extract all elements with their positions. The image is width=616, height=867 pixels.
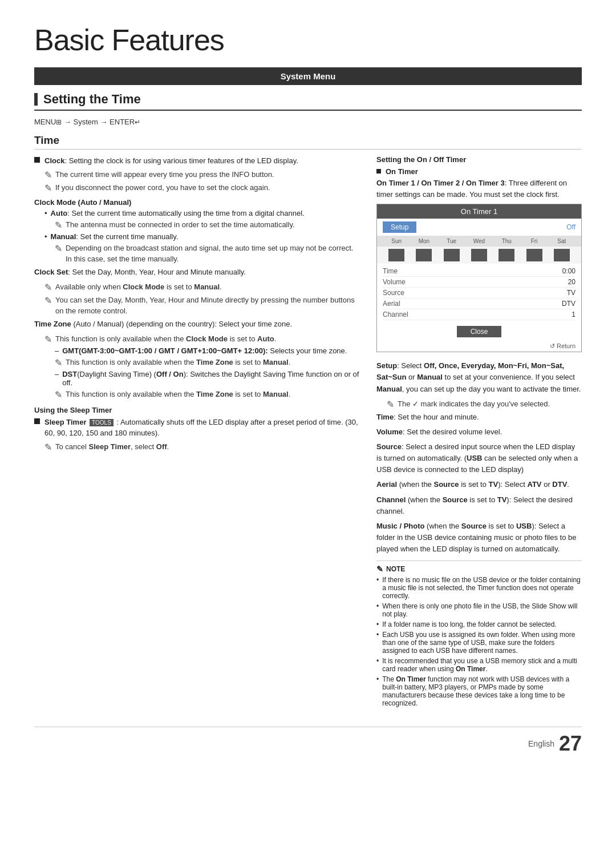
note-dot-2: • [376, 602, 379, 610]
auto-bullet: • Auto: Set the current time automatical… [44, 209, 359, 217]
dot-auto: • [44, 209, 47, 217]
note-item-2: • When there is only one photo file in t… [376, 602, 582, 618]
on-timer-sub-block: On Timer [376, 167, 582, 176]
auto-text: Auto: Set the current time automatically… [51, 209, 305, 217]
note-box: ✎ NOTE • If there is no music file on th… [376, 560, 582, 707]
sleep-timer-label: Sleep Timer [44, 418, 86, 426]
note-item-4: • Each USB you use is assigned its own f… [376, 631, 582, 655]
timer-field-aerial: Aerial DTV [383, 299, 576, 309]
note-dot-6: • [376, 675, 379, 683]
clock-set-note2: ✎ You can set the Day, Month, Year, Hour… [44, 295, 359, 317]
timer-field-channel: Channel 1 [383, 309, 576, 320]
day-sq-mon [416, 249, 432, 261]
day-mon: Mon [415, 238, 432, 244]
square-bullet-clock [34, 157, 40, 163]
day-sq-tue [444, 249, 460, 261]
footer-lang: English [528, 739, 554, 748]
day-sq-wed [471, 249, 487, 261]
menu-path: MENU⊞ → System → ENTER↵ [34, 118, 582, 126]
dash-dst: – [55, 370, 59, 378]
left-column: Clock: Setting the clock is for using va… [34, 155, 359, 709]
black-sq-on [376, 169, 381, 174]
source-desc-para: Source: Select a desired input source wh… [376, 441, 582, 475]
clock-note1-text: The current time will appear every time … [55, 169, 274, 180]
sleep-timer-heading: Using the Sleep Timer [34, 406, 359, 414]
menu-path-text: MENU⊞ → System → ENTER↵ [34, 118, 140, 126]
pencil-icon-1: ✎ [44, 170, 52, 180]
return-row: ↺ Return [377, 341, 581, 352]
footer-page: 27 [559, 732, 582, 756]
sleep-timer-note: ✎ To cancel Sleep Timer, select Off. [44, 441, 359, 453]
day-sat: Sat [553, 238, 570, 244]
note-dot-1: • [376, 576, 379, 584]
on-timer-title: On Timer 1 [377, 204, 581, 219]
manual-label: Manual [51, 232, 76, 241]
day-labels-row: Sun Mon Tue Wed Thu Fri Sat [377, 236, 581, 247]
clock-set-note1-text: Available only when Clock Mode is set to… [55, 281, 222, 293]
dst-text: DST(Daylight Saving Time) (Off / On): Sw… [62, 370, 359, 387]
clock-set-label: Clock Set [34, 268, 68, 276]
auto-note: ✎ The antenna must be connected in order… [55, 219, 359, 231]
note-item-1: • If there is no music file on the USB d… [376, 576, 582, 600]
heading-bar [34, 93, 38, 106]
manual-text: Manual: Set the current time manually. [51, 232, 179, 241]
time-section-heading: Time [34, 134, 582, 150]
timer-fields: Time 0:00 Volume 20 Source TV Aerial DTV… [377, 264, 581, 322]
gmt-note-text: This function is only available when the… [66, 357, 290, 368]
manual-note: ✎ Depending on the broadcast station and… [55, 243, 359, 265]
field-value-channel: 1 [572, 310, 576, 318]
footer: English 27 [34, 727, 582, 756]
on-timer-off: Off [566, 223, 576, 231]
dash-gmt: – [55, 346, 59, 355]
note-text-6: The On Timer function may not work with … [382, 675, 582, 707]
checkmark-note: ✎ The ✓ mark indicates the day you've se… [387, 398, 582, 410]
timer-field-source: Source TV [383, 288, 576, 299]
clock-block: Clock: Setting the clock is for using va… [34, 155, 359, 193]
manual-note-text: Depending on the broadcast station and s… [66, 243, 359, 265]
clock-note2: ✎ If you disconnect the power cord, you … [44, 182, 359, 193]
dot-manual: • [44, 232, 47, 241]
setup-desc-para: Setup: Select Off, Once, Everyday, Mon~F… [376, 360, 582, 394]
gmt-item: – GMT(GMT-3:00~GMT-1:00 / GMT / GMT+1:00… [55, 346, 359, 355]
tools-badge: TOOLS [90, 419, 114, 426]
return-label: ↺ Return [550, 342, 576, 349]
note-item-5: • It is recommended that you use a USB m… [376, 657, 582, 673]
field-value-volume: 20 [568, 278, 576, 286]
clock-set-note1: ✎ Available only when Clock Mode is set … [44, 281, 359, 293]
on-off-timer-heading: Setting the On / Off Timer [376, 155, 582, 164]
note-text-3: If a folder name is too long, the folder… [382, 620, 557, 628]
channel-desc-para: Channel (when the Source is set to TV): … [376, 494, 582, 517]
on-timer-sub-text: On Timer [386, 167, 418, 176]
close-btn-row: Close [377, 322, 581, 341]
time-desc-para: Time: Set the hour and minute. [376, 412, 582, 423]
music-desc-para: Music / Photo (when the Source is set to… [376, 521, 582, 555]
clock-label: Clock [44, 156, 64, 165]
sleep-timer-block: Sleep Timer TOOLS : Automatically shuts … [34, 417, 359, 453]
day-wed: Wed [471, 238, 488, 244]
auto-note-text: The antenna must be connected in order t… [66, 219, 295, 231]
field-value-aerial: DTV [562, 300, 576, 308]
day-sq-fri [526, 249, 542, 261]
note-text-5: It is recommended that you use a USB mem… [382, 657, 582, 673]
on-timer-box: On Timer 1 Setup Off Sun Mon Tue Wed Thu… [376, 204, 582, 352]
clock-desc: : Setting the clock is for using various… [64, 156, 298, 165]
note-dot-4: • [376, 631, 379, 639]
close-button[interactable]: Close [457, 326, 502, 337]
sleep-timer-main: Sleep Timer TOOLS : Automatically shuts … [34, 417, 359, 439]
note-pencil-icon: ✎ [376, 564, 383, 574]
manual-desc: : Set the current time manually. [76, 232, 178, 241]
field-label-volume: Volume [383, 278, 406, 286]
pencil-icon-7: ✎ [44, 334, 52, 345]
field-label-aerial: Aerial [383, 300, 400, 308]
setting-time-label: Setting the Time [43, 92, 141, 107]
day-sq-sat [554, 249, 570, 261]
dst-note: ✎ This function is only available when t… [55, 389, 359, 400]
on-timer-desc: On Timer 1 / On Timer 2 / On Timer 3: Th… [376, 178, 582, 200]
day-tue: Tue [443, 238, 460, 244]
day-sun: Sun [388, 238, 405, 244]
time-zone-note-text: This function is only available when the… [55, 333, 276, 345]
dst-note-text: This function is only available when the… [66, 389, 290, 400]
right-column: Setting the On / Off Timer On Timer On T… [376, 155, 582, 709]
field-label-source: Source [383, 289, 404, 297]
gmt-text: GMT(GMT-3:00~GMT-1:00 / GMT / GMT+1:00~G… [62, 346, 347, 355]
